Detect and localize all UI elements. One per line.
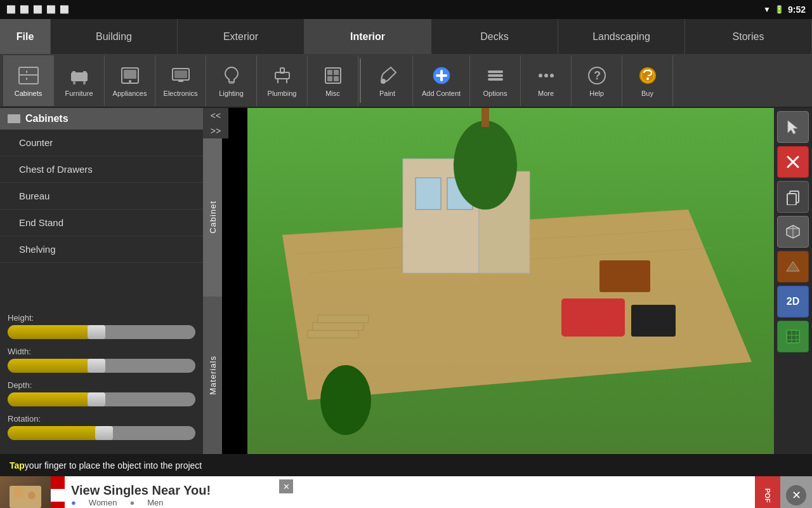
tab-decks[interactable]: Decks — [431, 19, 558, 54]
tool-options[interactable]: Options — [470, 55, 521, 106]
help-icon: ? — [586, 64, 608, 87]
cabinet-item-counter[interactable]: Counter — [0, 130, 203, 156]
ad-options: ● Women ● Men — [71, 498, 749, 507]
svg-rect-5 — [72, 71, 75, 74]
electronics-icon — [169, 64, 192, 87]
height-slider[interactable] — [8, 325, 195, 339]
appliances-icon — [119, 64, 141, 87]
svg-rect-19 — [327, 70, 332, 75]
materials-tab-label: Materials — [208, 356, 218, 395]
tab-building[interactable]: Building — [51, 19, 178, 54]
width-slider[interactable] — [8, 359, 195, 373]
buy-label: Buy — [641, 90, 653, 97]
toolbar-separator — [360, 58, 361, 103]
rotation-label: Rotation: — [8, 414, 195, 424]
tool-more[interactable]: More — [521, 55, 572, 106]
cabinet-item-shelving[interactable]: Shelving — [0, 236, 203, 263]
tool-electronics[interactable]: Electronics — [155, 55, 206, 106]
svg-rect-15 — [229, 82, 234, 84]
next-arrow[interactable]: >> — [206, 123, 226, 138]
cursor-tool-button[interactable] — [777, 111, 809, 143]
rotation-slider[interactable] — [8, 426, 195, 440]
app-icon-4: ⬜ — [46, 5, 56, 14]
svg-rect-13 — [174, 70, 187, 78]
cabinet-item-endstand[interactable]: End Stand — [0, 210, 203, 236]
svg-marker-59 — [787, 262, 799, 271]
svg-point-31 — [544, 74, 548, 77]
svg-rect-65 — [10, 486, 41, 508]
tab-file[interactable]: File — [0, 19, 51, 54]
ad-option-women: Women — [89, 498, 117, 507]
addcontent-label: Add Content — [422, 90, 461, 97]
width-label: Width: — [8, 347, 195, 356]
app-icon-1: ⬜ — [6, 5, 16, 14]
svg-rect-51 — [631, 305, 676, 337]
ad-option-men: Men — [147, 498, 163, 507]
height-slider-thumb[interactable] — [88, 325, 105, 339]
ad-banner: ✕ View Singles Near You! ● Women ● Men P… — [0, 476, 812, 508]
grid-tool-button[interactable] — [777, 321, 809, 352]
delete-tool-button[interactable] — [777, 146, 809, 178]
ad-close-button[interactable]: ✕ — [279, 479, 293, 493]
prev-arrow[interactable]: << — [206, 108, 226, 123]
svg-rect-46 — [308, 330, 358, 338]
tool-appliances[interactable]: Appliances — [105, 55, 155, 106]
tool-lighting[interactable]: Lighting — [206, 55, 257, 106]
svg-text:?: ? — [594, 69, 601, 82]
svg-rect-26 — [436, 74, 447, 77]
svg-rect-4 — [71, 72, 88, 81]
app-icon-2: ⬜ — [20, 5, 29, 14]
tool-misc[interactable]: Misc — [308, 55, 358, 106]
svg-rect-10 — [124, 70, 136, 79]
grid-icon — [785, 328, 801, 345]
svg-rect-49 — [599, 260, 650, 292]
svg-rect-21 — [327, 76, 332, 81]
right-toolbar: 2D — [774, 108, 812, 454]
status-icons: ⬜ ⬜ ⬜ ⬜ ⬜ — [6, 5, 69, 14]
svg-rect-20 — [334, 70, 339, 75]
viewport[interactable] — [247, 108, 774, 454]
tool-help[interactable]: ? Help — [572, 55, 622, 106]
tab-interior[interactable]: Interior — [304, 19, 431, 54]
tool-plumbing[interactable]: Plumbing — [257, 55, 308, 106]
more-label: More — [538, 90, 554, 97]
tab-landscaping[interactable]: Landscaping — [558, 19, 685, 54]
cabinet-item-chest[interactable]: Chest of Drawers — [0, 156, 203, 183]
depth-slider-thumb[interactable] — [88, 392, 105, 406]
width-slider-thumb[interactable] — [88, 359, 105, 373]
svg-rect-8 — [83, 81, 86, 84]
tool-buy[interactable]: Buy — [622, 55, 673, 106]
tab-stories[interactable]: Stories — [685, 19, 812, 54]
svg-point-11 — [129, 80, 131, 83]
tool-addcontent[interactable]: Add Content — [413, 55, 470, 106]
plumbing-icon — [271, 64, 294, 87]
rotation-slider-thumb[interactable] — [95, 426, 113, 440]
svg-rect-22 — [334, 76, 339, 81]
delete-icon — [785, 154, 801, 170]
svg-rect-27 — [488, 70, 503, 73]
cabinet-item-bureau[interactable]: Bureau — [0, 183, 203, 210]
svg-rect-48 — [318, 315, 369, 323]
cabinet-tab[interactable]: Cabinet — [203, 138, 222, 297]
ad-main-close-button[interactable]: ✕ — [780, 476, 812, 508]
scene-background — [247, 108, 774, 454]
texture-tool-button[interactable] — [777, 251, 809, 283]
texture-icon — [785, 258, 801, 275]
appliances-label: Appliances — [113, 90, 147, 97]
box-tool-button[interactable] — [777, 216, 809, 248]
app-icon-3: ⬜ — [33, 5, 43, 14]
tool-furniture[interactable]: Furniture — [54, 55, 105, 106]
depth-slider[interactable] — [8, 392, 195, 406]
tab-exterior[interactable]: Exterior — [178, 19, 304, 54]
2d-view-button[interactable]: 2D — [777, 286, 809, 318]
wifi-icon: ▼ — [763, 5, 771, 14]
copy-tool-button[interactable] — [777, 181, 809, 213]
electronics-label: Electronics — [164, 90, 198, 97]
panel-header-icon — [8, 114, 20, 123]
tool-cabinets[interactable]: Cabinets — [3, 55, 54, 106]
svg-rect-47 — [313, 323, 363, 330]
tool-paint[interactable]: Paint — [362, 55, 413, 106]
panel-header: Cabinets — [0, 108, 203, 130]
materials-tab[interactable]: Materials — [203, 297, 222, 455]
depth-label: Depth: — [8, 380, 195, 390]
